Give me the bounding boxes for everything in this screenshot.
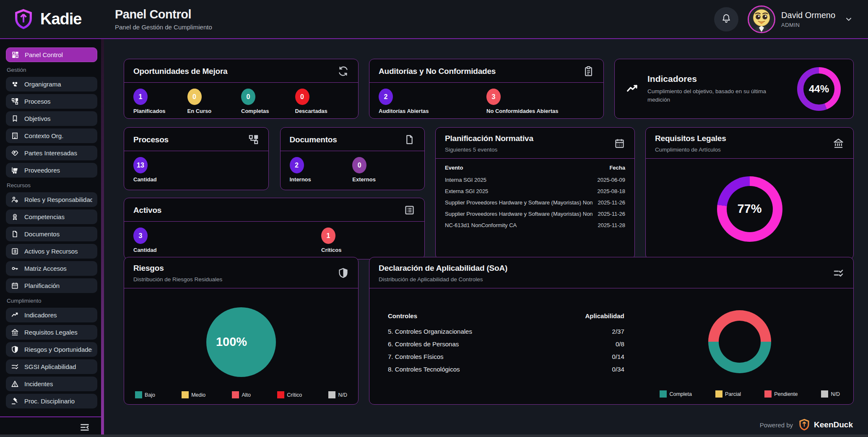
legend-item-pendiente: Pendiente [764, 390, 798, 398]
stat-no-conformidades: 3 No Conformidades Abiertas [486, 89, 594, 114]
legend-swatch [182, 391, 189, 398]
card-indicadores: Indicadores Cumplimiento del objetivo, b… [614, 59, 854, 119]
list-box-icon [404, 204, 415, 216]
medal-icon [11, 213, 19, 221]
legend-swatch [277, 391, 284, 398]
legend-label: Bajo [145, 392, 155, 398]
sidebar-item-label: Contexto Org. [24, 132, 63, 139]
legend-item-completa: Completa [660, 390, 692, 398]
control-value: 0/8 [616, 340, 624, 348]
event-date: 2025-06-09 [598, 177, 626, 183]
table-row: 8. Controles Tecnológicos 0/34 [388, 366, 624, 373]
stat-label: Cantidad [133, 247, 321, 253]
sidebar-item-label: Competencias [24, 213, 65, 220]
legend-label: N/D [338, 392, 347, 398]
card-title: Riesgos [133, 264, 332, 273]
checklist-icon [11, 363, 19, 371]
sidebar-item-label: Roles y Responsabilidades [24, 196, 92, 203]
sidebar-item-matriz-accesos[interactable]: Matriz Accesos [6, 261, 97, 276]
brand-logo[interactable]: Kadie [0, 8, 104, 30]
stat-label: En Curso [187, 108, 242, 114]
sidebar-item-contexto[interactable]: Contexto Org. [6, 128, 97, 143]
sidebar-section-gestion: Gestión [7, 67, 96, 73]
stat-externos: 0 Externos [352, 157, 415, 183]
control-name: 8. Controles Tecnológicos [388, 366, 460, 373]
donut-percent: 44% [809, 83, 829, 95]
table-row: Supplier Proveedores Hardware y Software… [445, 211, 625, 217]
sidebar-item-documentos[interactable]: Documentos [6, 227, 97, 241]
sidebar-item-sgsi[interactable]: SGSI Aplicabilidad [6, 359, 97, 374]
notifications-button[interactable] [714, 7, 738, 31]
risks-pie-chart: 100% [206, 307, 276, 377]
keenduck-shield-icon [798, 419, 811, 431]
bell-icon [721, 13, 731, 25]
stat-label: Planificados [133, 108, 187, 114]
sidebar-item-panel-control[interactable]: Panel Control [6, 47, 97, 62]
list-box-icon [11, 247, 19, 255]
trend-icon [11, 311, 19, 319]
card-title: Requisitos Legales [655, 134, 827, 143]
event-name: Supplier Proveedores Hardware y Software… [445, 199, 593, 206]
sidebar-item-competencias[interactable]: Competencias [6, 209, 97, 224]
sidebar-item-procesos[interactable]: Procesos [6, 94, 97, 109]
sidebar-item-indicadores[interactable]: Indicadores [6, 308, 97, 322]
card-requisitos-legales: Requisitos Legales Cumplimiento de Artíc… [645, 127, 854, 259]
stat-label: Completas [241, 108, 295, 114]
control-value: 0/14 [612, 353, 624, 360]
sidebar-item-roles[interactable]: Roles y Responsabilidades [6, 192, 97, 207]
sidebar-item-proveedores[interactable]: Proveedores [6, 163, 97, 178]
sidebar-item-activos-recursos[interactable]: Activos y Recursos [6, 244, 97, 259]
refresh-icon[interactable] [338, 65, 349, 77]
sidebar-item-partes[interactable]: Partes Interesadas [6, 146, 97, 160]
table-row: 7. Controles Físicos 0/14 [388, 353, 624, 360]
sidebar-item-riesgos[interactable]: Riesgos y Oportunidades [6, 342, 97, 357]
table-row: Externa SGI 2025 2025-08-18 [445, 188, 625, 194]
event-name: Interna SGI 2025 [445, 177, 593, 183]
legend-swatch [821, 390, 828, 398]
card-planificacion-normativa: Planificación Normativa Siguientes 5 eve… [435, 127, 635, 259]
sidebar-item-organigrama[interactable]: Organigrama [6, 77, 97, 92]
horizontal-scrollbar[interactable] [0, 434, 868, 437]
table-row: Interna SGI 2025 2025-06-09 [445, 177, 625, 183]
legend-item-alto: Alto [232, 391, 251, 398]
clipboard-icon [583, 65, 594, 77]
legend-label: Medio [191, 392, 205, 398]
legal-donut-chart: 77% [717, 176, 782, 242]
control-value: 2/37 [612, 328, 624, 335]
stat-cantidad: 13 Cantidad [133, 157, 259, 183]
legend-label: N/D [831, 391, 840, 397]
page-subtitle: Panel de Gestión de Cumplimiento [115, 24, 212, 31]
sidebar-item-requisitos-legales[interactable]: Requisitos Legales [6, 325, 97, 340]
legend-item-bajo: Bajo [135, 391, 155, 398]
card-title: Auditorías y No Conformidades [379, 67, 577, 76]
legend-item-nd: N/D [821, 390, 840, 398]
card-title: Procesos [133, 135, 242, 144]
sidebar-item-planificacion[interactable]: Planificación [6, 278, 97, 293]
sidebar-item-disciplinario[interactable]: Proc. Disciplinario [6, 394, 97, 408]
col-controles: Controles [388, 312, 417, 319]
sidebar-item-label: Proveedores [24, 167, 60, 174]
chevron-down-icon [845, 15, 853, 24]
legend-swatch [232, 391, 239, 398]
sidebar-item-label: Organigrama [24, 81, 61, 88]
event-name: NC-613d1 NonConformity CA [445, 222, 593, 228]
stat-label: Descartadas [295, 108, 349, 114]
legend-item-parcial: Parcial [715, 390, 741, 398]
card-title: Oportunidades de Mejora [133, 67, 332, 76]
legend-item-medio: Medio [182, 391, 205, 398]
sidebar-item-incidentes[interactable]: Incidentes [6, 377, 97, 391]
user-menu[interactable]: David Ormeno ADMIN [748, 5, 853, 33]
sidebar-collapse-button[interactable] [79, 422, 90, 433]
sidebar-item-objetivos[interactable]: Objetivos [6, 111, 97, 126]
keenduck-link[interactable]: KeenDuck [798, 419, 853, 431]
page-footer: Powered by KeenDuck [760, 419, 853, 431]
control-value: 0/34 [612, 366, 624, 373]
bank-icon [833, 138, 844, 149]
legend-swatch [764, 390, 772, 398]
sidebar-item-label: Requisitos Legales [24, 329, 78, 336]
page-head: Panel Control Panel de Gestión de Cumpli… [115, 8, 212, 31]
stat-en-curso: 0 En Curso [187, 89, 242, 114]
warning-icon [11, 380, 19, 388]
stat-label: Cantidad [133, 176, 259, 183]
person-gear-icon [11, 196, 19, 204]
